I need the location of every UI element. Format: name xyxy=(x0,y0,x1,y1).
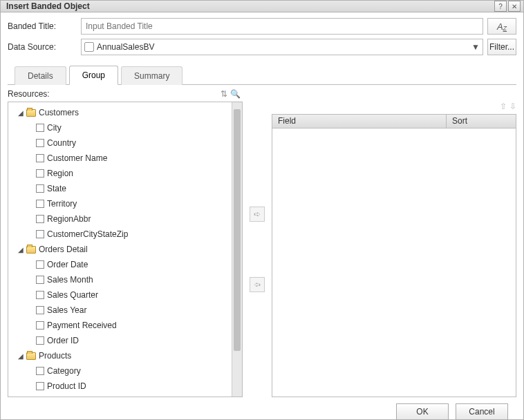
resources-header: Resources: ⇅ 🔍 xyxy=(8,89,516,99)
remove-field-button[interactable]: ➪ xyxy=(250,277,265,292)
tree-item[interactable]: Country xyxy=(8,135,232,151)
tree-item[interactable]: Sales Year xyxy=(8,303,232,318)
item-label: Order Date xyxy=(47,260,88,269)
tree-item[interactable]: Sales Quarter xyxy=(8,287,232,303)
checkbox-icon[interactable] xyxy=(36,215,44,223)
data-source-combo[interactable]: AnnualSalesBV ▼ xyxy=(81,39,483,55)
resources-label: Resources: xyxy=(8,89,219,99)
banded-title-input[interactable] xyxy=(81,18,483,35)
move-up-icon[interactable]: ⇧ xyxy=(500,102,507,111)
tab-content: Resources: ⇅ 🔍 ◢CustomersCityCountryCust… xyxy=(8,85,516,397)
checkbox-icon[interactable] xyxy=(36,321,44,330)
tab-group[interactable]: Group xyxy=(69,66,118,85)
folder-label: Orders Detail xyxy=(39,245,88,254)
dialog-footer: OK Cancel xyxy=(8,397,516,420)
item-label: Customer Name xyxy=(47,153,107,163)
checkbox-icon[interactable] xyxy=(36,306,44,314)
reorder-icons: ⇧ ⇩ xyxy=(272,102,516,111)
checkbox-icon[interactable] xyxy=(36,367,44,375)
tree-scrollbar[interactable] xyxy=(232,102,242,397)
grid-body[interactable] xyxy=(272,128,516,397)
move-down-icon[interactable]: ⇩ xyxy=(509,102,516,111)
tab-details[interactable]: Details xyxy=(15,66,66,85)
checkbox-icon[interactable] xyxy=(36,260,44,269)
tree-item[interactable]: CustomerCityStateZip xyxy=(8,227,232,242)
item-label: Sales Month xyxy=(47,275,93,285)
right-wrap: ⇧ ⇩ Field Sort xyxy=(272,102,516,397)
folder-label: Customers xyxy=(39,108,79,117)
checkbox-icon[interactable] xyxy=(36,276,44,284)
checkbox-icon[interactable] xyxy=(36,124,44,132)
ok-button[interactable]: OK xyxy=(396,403,449,420)
tree-folder[interactable]: ◢Customers xyxy=(8,105,232,120)
tab-strip: Details Group Summary xyxy=(8,65,516,85)
checkbox-icon[interactable] xyxy=(36,291,44,299)
item-label: Sales Quarter xyxy=(47,290,98,300)
tab-summary[interactable]: Summary xyxy=(121,66,183,85)
item-label: City xyxy=(47,123,62,133)
expand-icon[interactable]: ◢ xyxy=(15,246,26,254)
data-source-value: AnnualSalesBV xyxy=(97,42,469,52)
item-label: Product ID xyxy=(47,381,86,391)
close-button[interactable]: ✕ xyxy=(508,1,521,12)
chevron-down-icon[interactable]: ▼ xyxy=(469,42,483,52)
filter-button[interactable]: Filter... xyxy=(487,39,516,55)
item-label: Category xyxy=(47,366,81,376)
checkbox-icon[interactable] xyxy=(36,336,44,345)
item-label: Order ID xyxy=(47,336,79,345)
scroll-thumb[interactable] xyxy=(234,109,241,351)
add-field-button[interactable]: ➪ xyxy=(250,207,265,222)
tree-item[interactable]: Region xyxy=(8,166,232,181)
checkbox-icon[interactable] xyxy=(36,154,44,162)
data-source-row: Data Source: AnnualSalesBV ▼ Filter... xyxy=(8,39,516,55)
expand-icon[interactable]: ◢ xyxy=(15,109,26,117)
item-label: Territory xyxy=(47,199,77,209)
item-label: RegionAbbr xyxy=(47,214,91,224)
tree-item[interactable]: RegionAbbr xyxy=(8,211,232,227)
checkbox-icon[interactable] xyxy=(36,184,44,193)
resources-tree[interactable]: ◢CustomersCityCountryCustomer NameRegion… xyxy=(8,102,232,397)
titlebar: Insert Banded Object ? ✕ xyxy=(1,1,523,12)
tree-item[interactable]: City xyxy=(8,120,232,135)
help-button[interactable]: ? xyxy=(494,1,507,12)
tree-folder[interactable]: ◢Products xyxy=(8,348,232,363)
checkbox-icon[interactable] xyxy=(36,200,44,208)
tree-item[interactable]: Order ID xyxy=(8,333,232,348)
item-label: Country xyxy=(47,138,76,148)
tree-item[interactable]: Order Date xyxy=(8,257,232,272)
checkbox-icon[interactable] xyxy=(36,139,44,147)
transfer-buttons: ➪ ➪ xyxy=(248,102,266,397)
tree-item[interactable]: Territory xyxy=(8,196,232,211)
checkbox-icon[interactable] xyxy=(36,382,44,390)
resources-tree-panel: ◢CustomersCityCountryCustomer NameRegion… xyxy=(8,102,243,397)
folder-label: Products xyxy=(39,351,71,361)
tree-item[interactable]: Product ID xyxy=(8,379,232,394)
tree-item[interactable]: Sales Month xyxy=(8,272,232,287)
search-icon[interactable]: 🔍 xyxy=(230,89,240,99)
tree-item[interactable]: Customer Name xyxy=(8,151,232,166)
tree-item[interactable]: Category xyxy=(8,363,232,379)
tree-folder[interactable]: ◢Orders Detail xyxy=(8,242,232,257)
item-label: Payment Received xyxy=(47,321,117,330)
item-label: CustomerCityStateZip xyxy=(47,229,128,239)
item-label: State xyxy=(47,184,66,193)
tree-item[interactable]: Payment Received xyxy=(8,318,232,333)
folder-icon xyxy=(26,109,36,117)
sort-toggle-icon[interactable]: ⇅ xyxy=(219,89,229,99)
font-style-button[interactable]: AZ xyxy=(487,18,516,35)
dialog: Insert Banded Object ? ✕ Banded Title: A… xyxy=(0,0,524,420)
column-sort[interactable]: Sort xyxy=(447,115,516,128)
dialog-title: Insert Banded Object xyxy=(6,1,493,11)
resources-sort-icons: ⇅ 🔍 xyxy=(219,89,240,99)
checkbox-icon[interactable] xyxy=(36,169,44,178)
grid-header: Field Sort xyxy=(272,115,516,128)
selected-fields-panel: Field Sort xyxy=(272,114,516,397)
banded-title-label: Banded Title: xyxy=(8,21,77,31)
column-field[interactable]: Field xyxy=(272,115,447,128)
checkbox-icon[interactable] xyxy=(36,230,44,238)
item-label: Sales Year xyxy=(47,305,86,315)
item-label: Region xyxy=(47,169,73,178)
cancel-button[interactable]: Cancel xyxy=(456,403,508,420)
expand-icon[interactable]: ◢ xyxy=(15,352,26,360)
tree-item[interactable]: State xyxy=(8,181,232,196)
